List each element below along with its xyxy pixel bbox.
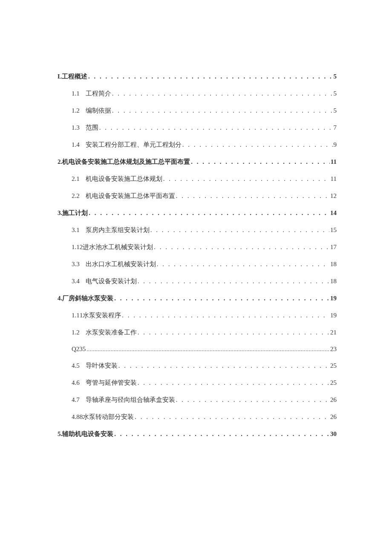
toc-dot-leader: . . . . . . . . . . . . . . . . . . . . …	[154, 244, 329, 251]
toc-dot-leader: . . . . . . . . . . . . . . . . . . . . …	[118, 362, 329, 369]
toc-entry: 1.3范围. . . . . . . . . . . . . . . . . .…	[58, 124, 337, 132]
toc-entry: 4.6弯管与延伸管安装. . . . . . . . . . . . . . .…	[58, 379, 337, 387]
toc-entry-page: 26	[330, 396, 337, 404]
toc-dot-leader: . . . . . . . . . . . . . . . . . . . . …	[138, 379, 329, 386]
toc-entry-title: 电气设备安装计划	[86, 277, 137, 285]
toc-entry-page: 5	[334, 73, 337, 80]
toc-dot-leader: . . . . . . . . . . . . . . . . . . . . …	[112, 107, 333, 114]
toc-entry: 3.4电气设备安装计划. . . . . . . . . . . . . . .…	[58, 277, 337, 285]
toc-entry-title: 工程简介	[86, 90, 111, 98]
toc-entry-title: 编制依据	[86, 107, 111, 115]
toc-entry-number: 4.7	[72, 396, 80, 404]
toc-entry-title: 辅助机电设备安装	[62, 430, 113, 438]
toc-entry-number: 1.1	[72, 244, 80, 251]
toc-entry-title: 安装工程分部工程、单元工程划分	[86, 141, 182, 149]
toc-dot-leader: . . . . . . . . . . . . . . . . . . . . …	[176, 396, 329, 404]
toc-dot-leader: . . . . . . . . . . . . . . . . . . . . …	[138, 278, 329, 285]
toc-entry-page: 12	[330, 192, 337, 200]
toc-entry-page: 5	[334, 90, 337, 97]
toc-dot-leader: . . . . . . . . . . . . . . . . . . . . …	[138, 329, 329, 336]
toc-entry-number: 3.3	[72, 261, 80, 268]
toc-entry: 4.7导轴承座与径向组合轴承盒安装. . . . . . . . . . . .…	[58, 396, 337, 404]
toc-entry-number: 4.5	[72, 362, 80, 369]
toc-entry-number: 1.2	[72, 107, 80, 114]
toc-entry-title: 机电设备安装施工总体规划	[86, 175, 162, 183]
toc-entry-number: 1.3	[72, 124, 80, 131]
toc-entry-title: 范围	[86, 124, 98, 132]
toc-entry-number: 4.6	[72, 379, 80, 386]
toc-dot-leader: . . . . . . . . . . . . . . . . . . . . …	[122, 312, 329, 319]
toc-entry-title: 机电设备安装施工总体平面布置	[86, 192, 175, 200]
toc-entry-page: 25	[330, 362, 337, 369]
toc-entry-number: 2.1	[72, 175, 80, 183]
toc-entry-page: 23	[330, 346, 337, 353]
toc-dot-leader: . . . . . . . . . . . . . . . . . . . . …	[114, 295, 329, 302]
toc-dot-leader: . . . . . . . . . . . . . . . . . . . . …	[99, 124, 333, 131]
toc-dot-leader: . . . . . . . . . . . . . . . . . . . . …	[114, 430, 329, 438]
toc-entry: 1.2编制依据. . . . . . . . . . . . . . . . .…	[58, 107, 337, 115]
toc-dot-leader: . . . . . . . . . . . . . . . . . . . . …	[191, 158, 330, 166]
toc-entry-title: 出水口水工机械安装计划	[86, 260, 156, 268]
toc-entry: Q235....................................…	[58, 346, 337, 353]
toc-entry-page: 25	[330, 379, 337, 386]
toc-entry: 5.辅助机电设备安装. . . . . . . . . . . . . . . …	[58, 430, 337, 438]
toc-dot-leader: . . . . . . . . . . . . . . . . . . . . …	[150, 227, 329, 234]
toc-dot-leader: . . . . . . . . . . . . . . . . . . . . …	[157, 261, 329, 268]
toc-entry-title: 导叶体安装	[86, 362, 118, 370]
toc-entry: 2.1机电设备安装施工总体规划. . . . . . . . . . . . .…	[58, 175, 337, 183]
toc-entry-page: 18	[330, 278, 337, 285]
toc-dot-leader: . . . . . . . . . . . . . . . . . . . . …	[88, 73, 332, 80]
toc-entry-number: 3.4	[72, 278, 80, 285]
toc-dot-leader: . . . . . . . . . . . . . . . . . . . . …	[89, 209, 329, 217]
toc-entry-number: L	[58, 73, 62, 80]
toc-entry-page: 26	[330, 413, 337, 421]
toc-entry: 1.1工程简介. . . . . . . . . . . . . . . . .…	[58, 90, 337, 98]
toc-entry-page: 19	[330, 295, 337, 302]
toc-entry-title: 8水泵转动部分安装	[80, 413, 134, 421]
toc-entry-page: 14	[330, 209, 337, 217]
toc-entry-title: 弯管与延伸管安装	[86, 379, 137, 387]
toc-entry: 1.1 1水泵安装程序. . . . . . . . . . . . . . .…	[58, 311, 337, 320]
toc-entry-title: 厂房斜轴水泵安装	[62, 294, 113, 302]
toc-entry-page: 18	[330, 261, 337, 268]
toc-entry-title: 泵房内主泵组安装计划	[86, 226, 150, 234]
toc-dot-leader: . . . . . . . . . . . . . . . . . . . . …	[176, 192, 329, 200]
toc-entry-page: 15	[330, 227, 337, 234]
toc-entry: 4.8 8水泵转动部分安装. . . . . . . . . . . . . .…	[58, 413, 337, 421]
toc-entry-page: 11	[331, 175, 337, 183]
toc-entry-page: 7	[334, 124, 337, 131]
toc-entry: 4.厂房斜轴水泵安装. . . . . . . . . . . . . . . …	[58, 294, 337, 302]
toc-entry-page: 19	[330, 312, 337, 319]
toc-dot-leader: . . . . . . . . . . . . . . . . . . . . …	[135, 413, 329, 421]
toc-dot-leader: . . . . . . . . . . . . . . . . . . . . …	[163, 175, 330, 183]
toc-entry-title: 1水泵安装程序	[80, 311, 121, 320]
toc-entry-page: 17	[330, 244, 337, 251]
toc-entry-page: 11	[331, 158, 337, 166]
toc-entry: 4.5导叶体安装. . . . . . . . . . . . . . . . …	[58, 362, 337, 370]
toc-entry-title: 导轴承座与径向组合轴承盒安装	[86, 396, 175, 404]
toc-entry: 2.机电设备安装施工总体规划及施工总平面布置. . . . . . . . . …	[58, 158, 337, 166]
toc-entry: 3.1泵房内主泵组安装计划. . . . . . . . . . . . . .…	[58, 226, 337, 234]
toc-entry-number: 2.2	[72, 192, 80, 200]
toc-entry-title: 水泵安装准备工作	[86, 328, 137, 337]
toc-dot-leader: . . . . . . . . . . . . . . . . . . . . …	[182, 141, 333, 148]
toc-entry-title: Q235	[72, 346, 86, 353]
toc-entry-number: 5.	[58, 430, 62, 438]
toc-entry-number: 3	[58, 209, 61, 217]
toc-dot-leader: . . . . . . . . . . . . . . . . . . . . …	[112, 90, 333, 97]
toc-entry-number: 3.1	[72, 227, 80, 234]
toc-entry-title: 工程概述	[62, 73, 87, 81]
toc-entry: 1.2水泵安装准备工作. . . . . . . . . . . . . . .…	[58, 328, 337, 337]
toc-entry-number: 4.8	[72, 413, 80, 421]
toc-entry: 3.3出水口水工机械安装计划. . . . . . . . . . . . . …	[58, 260, 337, 268]
toc-entry-number: 1.4	[72, 141, 80, 148]
toc-entry-page: 21	[330, 329, 337, 336]
toc-dot-leader: ........................................…	[86, 346, 329, 353]
toc-entry-page: 5	[334, 107, 337, 114]
toc-container: L工程概述. . . . . . . . . . . . . . . . . .…	[0, 0, 392, 438]
toc-entry-title: .机电设备安装施工总体规划及施工总平面布置	[61, 158, 190, 166]
toc-entry: 3.施工计划. . . . . . . . . . . . . . . . . …	[58, 209, 337, 217]
toc-entry: 2.2机电设备安装施工总体平面布置. . . . . . . . . . . .…	[58, 192, 337, 200]
toc-entry-number: 4.	[58, 295, 62, 302]
toc-entry: L工程概述. . . . . . . . . . . . . . . . . .…	[58, 73, 337, 81]
